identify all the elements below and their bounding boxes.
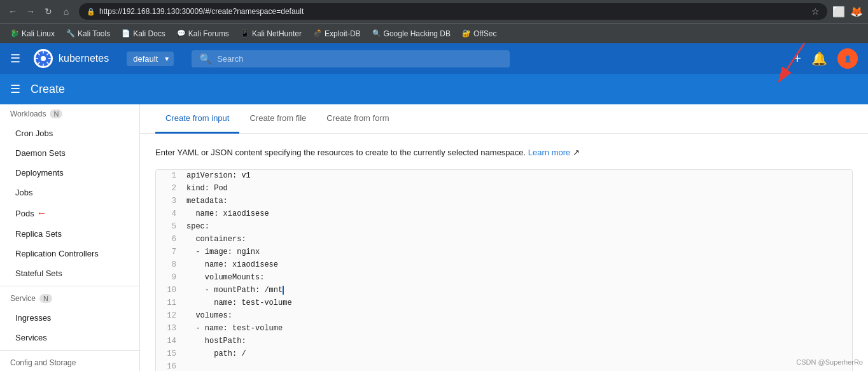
main-content: Workloads N Cron Jobs Daemon Sets Deploy… — [0, 104, 868, 371]
star-icon: ☆ — [811, 6, 820, 17]
line-content: volumeMounts: — [181, 272, 852, 283]
page-header: ☰ Create — [0, 74, 868, 104]
offsec-icon: 🔐 — [462, 29, 471, 38]
code-line: 14 hostPath: — [156, 335, 852, 348]
nav-actions: + 🔔 👤 — [794, 48, 858, 69]
line-content: name: test-volume — [181, 297, 852, 309]
bookmark-kali-linux[interactable]: 🐉 Kali Linux — [5, 27, 60, 41]
watermark: CSDN @SuperherRo — [796, 358, 863, 366]
code-line: 12 volumes: — [156, 310, 852, 323]
lock-icon: 🔒 — [87, 8, 95, 16]
bookmark-label: Kali Linux — [22, 29, 55, 38]
sidebar-item-services[interactable]: Services — [0, 328, 139, 347]
line-content: metadata: — [181, 195, 852, 207]
app-logo: kubernetes — [33, 48, 109, 69]
tab-create-from-input[interactable]: Create from input — [155, 104, 239, 134]
bookmark-label: Google Hacking DB — [384, 29, 451, 38]
line-content: spec: — [181, 221, 852, 232]
service-label: Service — [10, 294, 36, 303]
search-bar[interactable]: 🔍 — [192, 50, 510, 67]
add-button[interactable]: + — [794, 52, 801, 66]
k8s-logo-icon — [33, 48, 53, 69]
code-line: 15 path: / — [156, 348, 852, 361]
line-content: - name: test-volume — [181, 323, 852, 334]
sidebar-item-daemon-sets[interactable]: Daemon Sets — [0, 143, 139, 163]
workloads-label: Workloads — [10, 109, 46, 118]
namespace-selector[interactable]: default ▼ — [116, 52, 174, 66]
sidebar-item-pods[interactable]: Pods ← — [0, 202, 139, 224]
sidebar-divider-2 — [0, 350, 139, 351]
tabs-bar: Create from input Create from file Creat… — [140, 104, 868, 134]
bookmark-label: OffSec — [473, 29, 496, 38]
line-content: kind: Pod — [181, 183, 852, 194]
kali-nethunter-icon: 📱 — [241, 29, 249, 38]
line-number: 3 — [156, 195, 181, 207]
sidebar-item-stateful-sets[interactable]: Stateful Sets — [0, 263, 139, 283]
bookmark-kali-forums[interactable]: 💬 Kali Forums — [172, 27, 234, 41]
code-editor[interactable]: 1apiVersion: v12kind: Pod3metadata:4 nam… — [155, 169, 853, 372]
top-nav: ☰ kubernetes — [0, 43, 868, 74]
code-line: 8 name: xiaodisese — [156, 259, 852, 272]
sidebar-item-replication-controllers[interactable]: Replication Controllers — [0, 244, 139, 263]
bookmark-exploit-db[interactable]: 💣 Exploit-DB — [308, 27, 366, 41]
code-line: 2kind: Pod — [156, 183, 852, 195]
line-number: 4 — [156, 208, 181, 220]
home-button[interactable]: ⌂ — [59, 4, 74, 19]
line-number: 15 — [156, 348, 181, 360]
hamburger-icon[interactable]: ☰ — [10, 52, 20, 66]
sidebar-divider-1 — [0, 286, 139, 286]
code-line: 16 — [156, 361, 852, 372]
nav-buttons: ← → ↻ ⌂ — [5, 4, 74, 19]
line-content: path: / — [181, 348, 852, 360]
kali-linux-icon: 🐉 — [10, 29, 19, 38]
line-content: volumes: — [181, 310, 852, 321]
sidebar-item-ingresses[interactable]: Ingresses — [0, 308, 139, 328]
line-number: 2 — [156, 183, 181, 194]
line-number: 9 — [156, 272, 181, 283]
sidebar-section-service: Service N — [0, 289, 139, 308]
line-number: 7 — [156, 246, 181, 258]
bookmark-offsec[interactable]: 🔐 OffSec — [457, 27, 501, 41]
line-content: containers: — [181, 234, 852, 245]
bookmark-google-hacking[interactable]: 🔍 Google Hacking DB — [367, 27, 456, 41]
kali-forums-icon: 💬 — [177, 29, 186, 38]
user-avatar[interactable]: 👤 — [837, 48, 858, 69]
svg-point-2 — [41, 56, 46, 61]
page-hamburger-icon[interactable]: ☰ — [10, 82, 20, 96]
address-bar[interactable]: 🔒 https://192.168.139.130:30009/#/create… — [79, 3, 827, 20]
workloads-badge: N — [50, 109, 62, 118]
bookmark-kali-tools[interactable]: 🔧 Kali Tools — [61, 27, 115, 41]
line-number: 12 — [156, 310, 181, 321]
bookmark-label: Kali Forums — [188, 29, 229, 38]
tab-create-from-form[interactable]: Create from form — [316, 104, 399, 134]
bookmark-kali-docs[interactable]: 📄 Kali Docs — [116, 27, 171, 41]
namespace-select-input[interactable]: default — [127, 52, 174, 66]
forward-button[interactable]: → — [23, 4, 38, 19]
notifications-button[interactable]: 🔔 — [811, 51, 827, 66]
back-button[interactable]: ← — [5, 4, 20, 19]
code-line: 5spec: — [156, 221, 852, 234]
google-hacking-icon: 🔍 — [372, 29, 381, 38]
line-number: 14 — [156, 335, 181, 347]
code-line: 7 - image: nginx — [156, 246, 852, 259]
sidebar-item-cron-jobs[interactable]: Cron Jobs — [0, 123, 139, 143]
sidebar-item-deployments[interactable]: Deployments — [0, 163, 139, 183]
bookmark-label: Kali Docs — [133, 29, 165, 38]
search-input[interactable] — [217, 54, 502, 64]
reload-button[interactable]: ↻ — [41, 4, 56, 19]
sidebar: Workloads N Cron Jobs Daemon Sets Deploy… — [0, 104, 140, 371]
external-link-icon: ↗ — [573, 148, 580, 157]
line-number: 6 — [156, 234, 181, 245]
exploit-db-icon: 💣 — [313, 29, 322, 38]
tab-create-from-file[interactable]: Create from file — [239, 104, 316, 134]
line-number: 16 — [156, 361, 181, 372]
sidebar-item-jobs[interactable]: Jobs — [0, 183, 139, 202]
pods-label: Pods — [15, 209, 34, 218]
sidebar-section-workloads: Workloads N — [0, 104, 139, 123]
sidebar-item-replica-sets[interactable]: Replica Sets — [0, 224, 139, 244]
text-cursor — [283, 286, 284, 295]
line-content: - image: nginx — [181, 246, 852, 258]
profile-icon: 🦊 — [850, 6, 863, 18]
learn-more-link[interactable]: Learn more — [528, 148, 570, 157]
bookmark-kali-nethunter[interactable]: 📱 Kali NetHunter — [235, 27, 307, 41]
